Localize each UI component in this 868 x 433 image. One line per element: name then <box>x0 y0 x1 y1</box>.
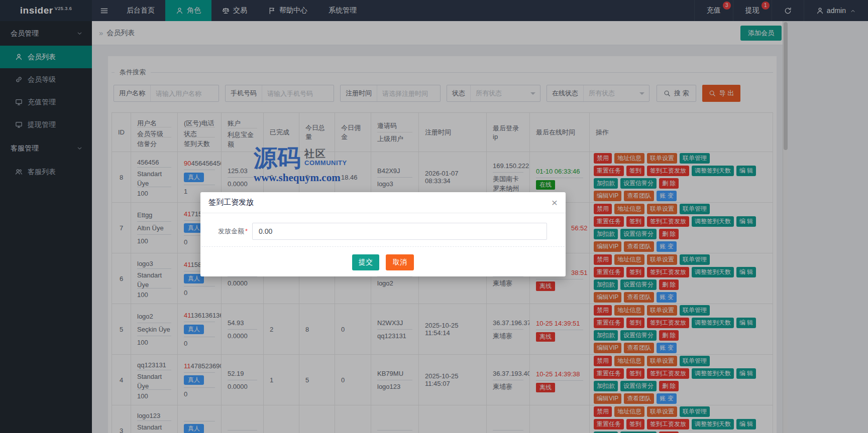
required-asterisk: * <box>245 227 248 235</box>
modal-header: 签到工资发放 × <box>200 192 566 213</box>
modal-title: 签到工资发放 <box>208 198 254 207</box>
modal-body: 发放金额* <box>200 213 566 240</box>
close-icon[interactable]: × <box>552 197 558 208</box>
admin-screen: insider V25.3.6 后台首页 角色 交易 帮助中心 系统管理 <box>0 0 868 433</box>
sign-wage-modal: 签到工资发放 × 发放金额* 提交 取消 <box>200 192 566 276</box>
modal-footer: 提交 取消 <box>200 247 566 276</box>
submit-button[interactable]: 提交 <box>352 254 379 270</box>
amount-input[interactable] <box>252 223 547 240</box>
cancel-button[interactable]: 取消 <box>386 254 414 270</box>
amount-field-label: 发放金额* <box>212 227 248 236</box>
